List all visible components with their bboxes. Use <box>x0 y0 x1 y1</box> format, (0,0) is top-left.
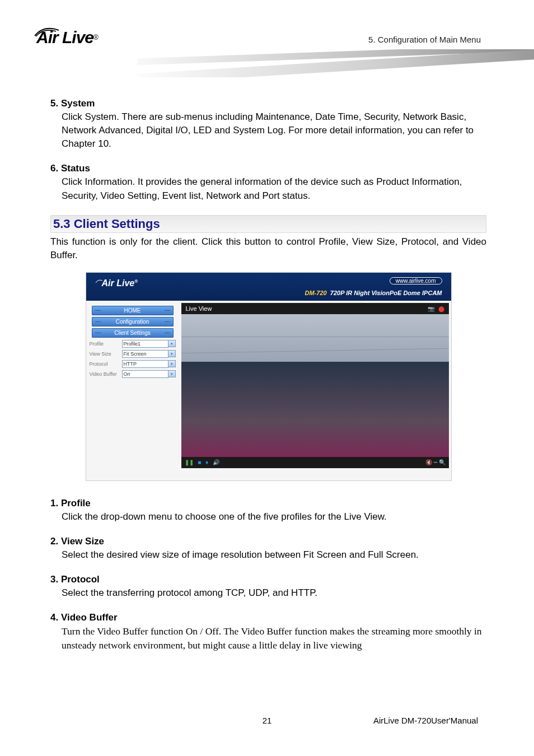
mic-icon[interactable]: ♦ <box>205 459 208 465</box>
section-status-body: Click Information. It provides the gener… <box>50 175 486 202</box>
section-videobuffer-body: Turn the Video Buffer function On / Off.… <box>50 624 486 652</box>
live-view-title: Live View <box>186 305 212 312</box>
scr-url-badge[interactable]: www.airlive.com <box>390 277 442 284</box>
volume-icon[interactable]: 🔇 <box>425 459 432 465</box>
camera-icon[interactable]: 📷 <box>428 306 434 312</box>
volume-slider[interactable]: ━ <box>434 459 437 465</box>
chevron-down-icon[interactable]: ▾ <box>168 340 176 347</box>
chevron-down-icon[interactable]: ▾ <box>168 350 176 357</box>
section-viewsize-body: Select the desired view size of image re… <box>50 548 486 562</box>
stop-icon[interactable]: ■ <box>198 459 201 465</box>
protocol-select[interactable]: HTTP <box>122 360 168 368</box>
section-profile-title: 1. Profile <box>50 498 486 509</box>
chevron-down-icon[interactable]: ▾ <box>168 370 176 377</box>
zoom-icon[interactable]: 🔍 <box>439 459 446 465</box>
buffer-select[interactable]: On <box>122 370 168 378</box>
record-icon[interactable]: ⬤ <box>438 306 444 312</box>
scr-logo: Air Live® <box>95 278 138 288</box>
profile-select[interactable]: Profile1 <box>122 340 168 348</box>
buffer-label: Video Buffer <box>90 371 122 377</box>
client-settings-intro: This function is only for the client. Cl… <box>50 235 486 262</box>
section-system-title: 5. System <box>50 98 486 109</box>
nav-home-button[interactable]: HOME <box>92 306 174 315</box>
chevron-down-icon[interactable]: ▾ <box>168 360 176 367</box>
section-viewsize-title: 2. View Size <box>50 536 486 547</box>
nav-config-button[interactable]: Configuration <box>92 317 174 326</box>
embedded-screenshot: Air Live® www.airlive.com DM-720 720P IR… <box>86 272 452 481</box>
page-number: 21 <box>263 716 272 725</box>
section-protocol-title: 3. Protocol <box>50 574 486 585</box>
section-status-title: 6. Status <box>50 163 486 174</box>
section-videobuffer-title: 4. Video Buffer <box>50 612 486 623</box>
header-decoration <box>137 49 534 77</box>
video-feed <box>181 314 449 457</box>
section-system-body: Click System. There are sub-menus includ… <box>50 110 486 151</box>
section-protocol-body: Select the transferring protocol among T… <box>50 586 486 600</box>
brand-logo: Air Live® <box>36 28 132 47</box>
profile-label: Profile <box>90 341 122 347</box>
registered-mark: ® <box>93 34 99 41</box>
section-profile-body: Click the drop-down menu to choose one o… <box>50 510 486 524</box>
viewsize-label: View Size <box>90 351 122 357</box>
speaker-icon[interactable]: 🔊 <box>213 459 219 465</box>
chapter-label: 5. Configuration of Main Menu <box>368 35 481 44</box>
viewsize-select[interactable]: Fit Screen <box>122 350 168 358</box>
nav-client-button[interactable]: Client Settings <box>92 328 174 338</box>
heading-client-settings: 5.3 Client Settings <box>50 215 486 233</box>
pause-icon[interactable]: ❚❚ <box>185 459 194 465</box>
footer-manual-name: AirLive DM-720User'Manual <box>373 716 478 725</box>
scr-model-label: DM-720 720P IR Night VisionPoE Dome IPCA… <box>305 290 442 296</box>
protocol-label: Protocol <box>90 361 122 367</box>
